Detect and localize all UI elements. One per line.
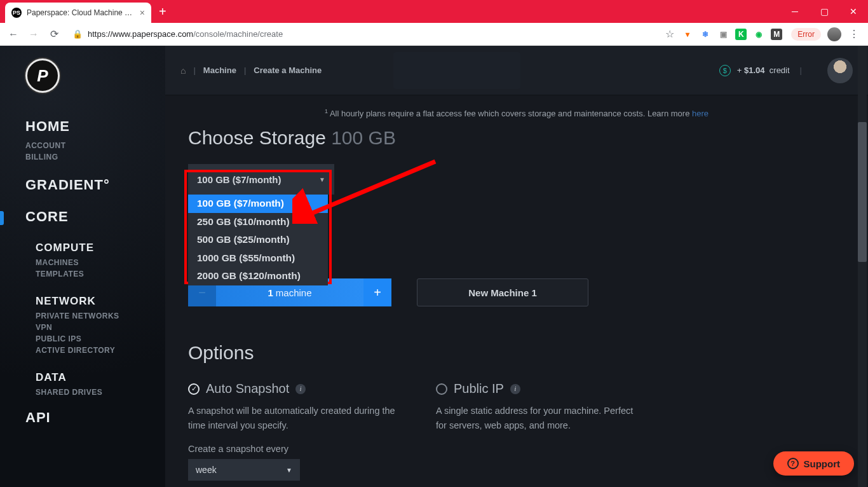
extension-icon[interactable]: M bbox=[771, 29, 782, 40]
extension-icon[interactable]: K bbox=[735, 29, 747, 40]
learn-more-link[interactable]: here bbox=[692, 109, 709, 118]
back-button[interactable]: ← bbox=[5, 26, 22, 43]
main-content: ⌂ | Machine | Create a Machine $ + $1.04… bbox=[165, 46, 868, 487]
maximize-button[interactable]: ▢ bbox=[810, 0, 839, 23]
nav-home[interactable]: HOME bbox=[25, 118, 165, 135]
extension-icon[interactable]: ❄ bbox=[700, 29, 711, 40]
nav-gradient[interactable]: GRADIENT° bbox=[25, 177, 165, 193]
storage-heading: Choose Storage 100 GB bbox=[188, 127, 845, 149]
auto-snapshot-desc: A snapshot will be automatically created… bbox=[188, 404, 398, 432]
public-ip-toggle[interactable] bbox=[436, 383, 447, 395]
storage-option-1000[interactable]: 1000 GB ($55/month) bbox=[188, 249, 328, 267]
coin-icon: $ bbox=[719, 65, 731, 76]
paperspace-logo[interactable]: P bbox=[25, 58, 60, 93]
topbar: ⌂ | Machine | Create a Machine $ + $1.04… bbox=[165, 46, 868, 95]
minimize-button[interactable]: ─ bbox=[780, 0, 810, 23]
nav-data[interactable]: DATA bbox=[36, 371, 165, 384]
window-controls: ─ ▢ ✕ bbox=[780, 0, 868, 23]
storage-option-100[interactable]: 100 GB ($7/month) bbox=[188, 195, 328, 212]
info-icon[interactable]: i bbox=[295, 384, 306, 394]
nav-api[interactable]: API bbox=[25, 409, 165, 426]
nav-network[interactable]: NETWORK bbox=[36, 295, 165, 308]
nav-machines[interactable]: MACHINES bbox=[36, 258, 165, 267]
plan-preview-card bbox=[393, 52, 520, 89]
support-icon: ? bbox=[787, 458, 799, 469]
browser-titlebar: PS Paperspace: Cloud Machine Learn × + ─… bbox=[0, 0, 868, 23]
close-window-button[interactable]: ✕ bbox=[839, 0, 868, 23]
nav-billing[interactable]: BILLING bbox=[25, 153, 165, 161]
support-button[interactable]: ? Support bbox=[773, 451, 855, 476]
extension-icon[interactable]: ◉ bbox=[753, 29, 764, 40]
info-icon[interactable]: i bbox=[510, 384, 520, 394]
credit-display[interactable]: $ + $1.04 credit | bbox=[719, 65, 806, 76]
public-ip-option: Public IP i A single static address for … bbox=[436, 381, 646, 481]
browser-menu-icon[interactable]: ⋮ bbox=[845, 28, 863, 40]
scrollbar-track[interactable] bbox=[858, 46, 867, 487]
browser-tab[interactable]: PS Paperspace: Cloud Machine Learn × bbox=[5, 3, 151, 23]
nav-compute[interactable]: COMPUTE bbox=[36, 242, 165, 254]
auto-snapshot-option: Auto Snapshot i A snapshot will be autom… bbox=[188, 381, 398, 481]
extensions: ▾ ❄ ▣ K ◉ M bbox=[682, 29, 787, 40]
scrollbar-thumb[interactable] bbox=[858, 122, 867, 262]
nav-public-ips[interactable]: PUBLIC IPS bbox=[36, 334, 165, 343]
browser-toolbar: ← → ⟳ 🔒 https://www.paperspace.com/conso… bbox=[0, 23, 868, 46]
nav-templates[interactable]: TEMPLATES bbox=[36, 270, 165, 278]
reload-button[interactable]: ⟳ bbox=[46, 26, 62, 43]
public-ip-title: Public IP bbox=[454, 381, 504, 396]
nav-private-networks[interactable]: PRIVATE NETWORKS bbox=[36, 312, 165, 320]
storage-select-wrapper: 100 GB ($7/month) ▼ 100 GB ($7/month) 25… bbox=[188, 164, 334, 195]
error-badge[interactable]: Error bbox=[791, 28, 821, 41]
snapshot-interval-label: Create a snapshot every bbox=[188, 444, 398, 454]
auto-snapshot-title: Auto Snapshot bbox=[206, 381, 289, 396]
star-icon[interactable]: ☆ bbox=[661, 26, 678, 43]
address-bar[interactable]: 🔒 https://www.paperspace.com/console/mac… bbox=[66, 29, 658, 39]
nav-vpn[interactable]: VPN bbox=[36, 323, 165, 332]
close-tab-icon[interactable]: × bbox=[140, 8, 145, 18]
home-icon[interactable]: ⌂ bbox=[180, 65, 186, 76]
storage-select[interactable]: 100 GB ($7/month) ▼ bbox=[188, 164, 334, 195]
nav-core[interactable]: CORE bbox=[25, 209, 165, 225]
lock-icon: 🔒 bbox=[72, 29, 83, 39]
storage-dropdown: 100 GB ($7/month) 250 GB ($10/month) 500… bbox=[188, 195, 328, 285]
public-ip-desc: A single static address for your machine… bbox=[436, 404, 646, 432]
extension-icon[interactable]: ▾ bbox=[682, 29, 693, 40]
storage-option-500[interactable]: 500 GB ($25/month) bbox=[188, 231, 328, 249]
snapshot-interval-select[interactable]: week ▼ bbox=[188, 459, 300, 481]
favicon: PS bbox=[11, 8, 22, 18]
user-avatar[interactable] bbox=[827, 58, 853, 83]
tab-title: Paperspace: Cloud Machine Learn bbox=[27, 8, 135, 17]
forward-button[interactable]: → bbox=[25, 26, 42, 43]
breadcrumb-machine[interactable]: Machine bbox=[203, 65, 236, 75]
storage-selected-label: 100 GB ($7/month) bbox=[197, 174, 281, 185]
browser-profile-avatar[interactable] bbox=[827, 27, 841, 41]
breadcrumb: ⌂ | Machine | Create a Machine bbox=[180, 65, 322, 76]
increment-button[interactable]: + bbox=[363, 278, 391, 306]
chevron-down-icon: ▼ bbox=[319, 176, 325, 183]
breadcrumb-create[interactable]: Create a Machine bbox=[254, 65, 322, 75]
nav-shared-drives[interactable]: SHARED DRIVES bbox=[36, 388, 165, 397]
options-heading: Options bbox=[188, 342, 845, 364]
storage-option-2000[interactable]: 2000 GB ($120/month) bbox=[188, 267, 328, 285]
machine-name-input[interactable]: New Machine 1 bbox=[417, 278, 588, 306]
auto-snapshot-toggle[interactable] bbox=[188, 383, 200, 395]
chevron-down-icon: ▼ bbox=[286, 467, 292, 474]
sidebar: P HOME ACCOUNT BILLING GRADIENT° CORE CO… bbox=[0, 46, 165, 487]
storage-option-250[interactable]: 250 GB ($10/month) bbox=[188, 213, 328, 231]
app-root: P HOME ACCOUNT BILLING GRADIENT° CORE CO… bbox=[0, 46, 868, 487]
pricing-note: 1 All hourly plans require a flat access… bbox=[188, 108, 845, 118]
nav-active-directory[interactable]: ACTIVE DIRECTORY bbox=[36, 346, 165, 355]
nav-account[interactable]: ACCOUNT bbox=[25, 141, 165, 150]
new-tab-button[interactable]: + bbox=[159, 4, 166, 19]
extension-icon[interactable]: ▣ bbox=[717, 29, 729, 40]
